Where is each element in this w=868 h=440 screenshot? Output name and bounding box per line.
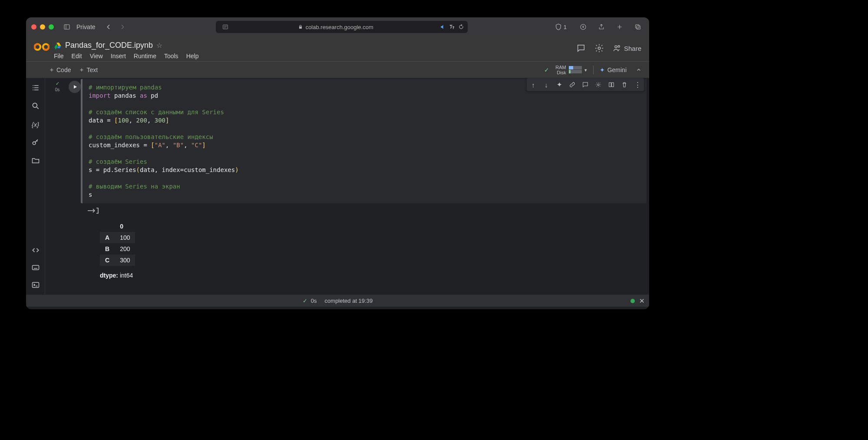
shield-icon: [555, 23, 562, 30]
share-label: Share: [624, 45, 641, 52]
comments-icon[interactable]: [576, 43, 586, 53]
settings-gear-icon[interactable]: [594, 43, 604, 53]
resource-indicator[interactable]: RAM Disk ▾: [555, 65, 587, 75]
output-dtype: dtype: int64: [100, 272, 647, 279]
menu-file[interactable]: File: [54, 53, 64, 60]
cell-gutter: ✓ 0s: [48, 79, 67, 284]
menu-view[interactable]: View: [90, 53, 103, 60]
sparkle-icon: ✦: [600, 66, 605, 73]
url-text: colab.research.google.com: [306, 24, 373, 30]
menu-tools[interactable]: Tools: [164, 53, 178, 60]
move-up-icon[interactable]: ↑: [529, 81, 537, 89]
svg-rect-18: [32, 265, 39, 270]
cell-status-check-icon: ✓: [56, 81, 59, 86]
svg-rect-0: [64, 25, 69, 30]
menu-bar: FileEditViewInsertRuntimeToolsHelp: [54, 53, 576, 60]
new-tab-icon[interactable]: [614, 21, 626, 33]
cell-exec-time: 0s: [55, 87, 60, 92]
reload-icon[interactable]: [458, 24, 464, 30]
menu-help[interactable]: Help: [186, 53, 199, 60]
code-cell[interactable]: ✓ 0s # импортируем pandas import pandas …: [48, 79, 647, 284]
table-row: A100: [100, 232, 135, 243]
minimize-window-button[interactable]: [40, 24, 45, 30]
comment-icon[interactable]: [581, 81, 589, 89]
svg-rect-19: [32, 282, 39, 288]
status-check-icon: ✓: [303, 298, 307, 304]
svg-rect-22: [612, 83, 614, 86]
forward-button[interactable]: [116, 21, 129, 33]
delete-cell-icon[interactable]: [620, 81, 628, 89]
output-variable-icon[interactable]: [87, 207, 99, 215]
menu-insert[interactable]: Insert: [111, 53, 126, 60]
gemini-button[interactable]: ✦ Gemini: [600, 66, 627, 73]
svg-rect-7: [636, 25, 639, 28]
variables-icon[interactable]: {x}: [31, 120, 40, 129]
share-icon[interactable]: [595, 21, 607, 33]
status-message: completed at 19:39: [325, 298, 373, 304]
command-palette-icon[interactable]: [31, 263, 40, 272]
lock-icon: [298, 24, 303, 30]
files-folder-icon[interactable]: [31, 156, 40, 165]
svg-point-14: [615, 46, 617, 48]
svg-point-15: [618, 46, 620, 47]
chevron-down-icon[interactable]: ▾: [584, 67, 587, 73]
audio-icon[interactable]: [440, 24, 446, 30]
svg-rect-21: [609, 83, 611, 86]
downloads-icon[interactable]: [577, 21, 589, 33]
colab-logo-icon[interactable]: [34, 42, 50, 52]
browser-toolbar: Private colab.research.google.com 1: [26, 17, 649, 36]
sidebar-toggle-icon[interactable]: [61, 21, 73, 33]
add-code-button[interactable]: ＋Code: [49, 66, 71, 74]
window-controls: [31, 24, 54, 30]
move-down-icon[interactable]: ↓: [542, 81, 550, 89]
checkmark-icon: ✓: [544, 66, 549, 73]
close-window-button[interactable]: [31, 24, 36, 30]
notebook-body: {x} ↑ ↓ ✦ ⋮: [26, 78, 649, 294]
maximize-window-button[interactable]: [49, 24, 54, 30]
toc-icon[interactable]: [31, 83, 40, 92]
menu-edit[interactable]: Edit: [72, 53, 82, 60]
tracker-shield[interactable]: 1: [555, 23, 567, 30]
svg-point-16: [33, 103, 37, 107]
output-table: 0 A100B200C300: [100, 221, 135, 266]
tracker-count: 1: [564, 24, 567, 30]
back-button[interactable]: [102, 21, 115, 33]
share-button[interactable]: Share: [613, 44, 641, 53]
run-cell-button[interactable]: [69, 81, 81, 93]
link-icon[interactable]: [568, 81, 576, 89]
notebook-area: ↑ ↓ ✦ ⋮ ✓ 0s # импортируем pan: [45, 78, 649, 294]
mirror-cell-icon[interactable]: [607, 81, 615, 89]
add-text-button[interactable]: ＋Text: [79, 66, 98, 74]
app-window: Private colab.research.google.com 1: [26, 17, 649, 309]
secrets-key-icon[interactable]: [31, 138, 40, 147]
cell-output: 0 A100B200C300 dtype: int64: [100, 203, 647, 284]
colab-header: Pandas_for_CODE.ipynb ☆ FileEditViewInse…: [26, 36, 649, 62]
search-icon[interactable]: [31, 102, 40, 110]
menu-runtime[interactable]: Runtime: [134, 53, 156, 60]
left-sidebar: {x}: [26, 78, 45, 294]
cell-settings-icon[interactable]: [594, 81, 602, 89]
svg-point-17: [33, 142, 36, 145]
ram-label: RAM: [555, 65, 566, 70]
reader-mode-icon[interactable]: [219, 21, 231, 33]
status-bar: ✓ 0s completed at 19:39 ✕: [26, 294, 649, 307]
translate-icon[interactable]: [449, 24, 455, 30]
code-editor[interactable]: # импортируем pandas import pandas as pd…: [81, 79, 647, 203]
notebook-title[interactable]: Pandas_for_CODE.ipynb: [65, 41, 153, 50]
gemini-sparkle-icon[interactable]: ✦: [555, 81, 563, 89]
output-col-header: 0: [115, 221, 135, 232]
address-bar[interactable]: colab.research.google.com: [216, 21, 468, 33]
table-row: C300: [100, 255, 135, 266]
collapse-icon[interactable]: [633, 64, 645, 76]
people-icon: [613, 44, 621, 53]
code-snippets-icon[interactable]: [31, 246, 40, 255]
tabs-icon[interactable]: [632, 21, 644, 33]
more-icon[interactable]: ⋮: [634, 81, 641, 89]
gemini-label: Gemini: [607, 66, 627, 73]
drive-icon: [54, 42, 62, 50]
private-label: Private: [76, 23, 96, 30]
star-icon[interactable]: ☆: [156, 41, 162, 50]
svg-point-20: [597, 84, 599, 86]
terminal-icon[interactable]: [31, 281, 40, 289]
status-close-icon[interactable]: ✕: [639, 297, 645, 305]
